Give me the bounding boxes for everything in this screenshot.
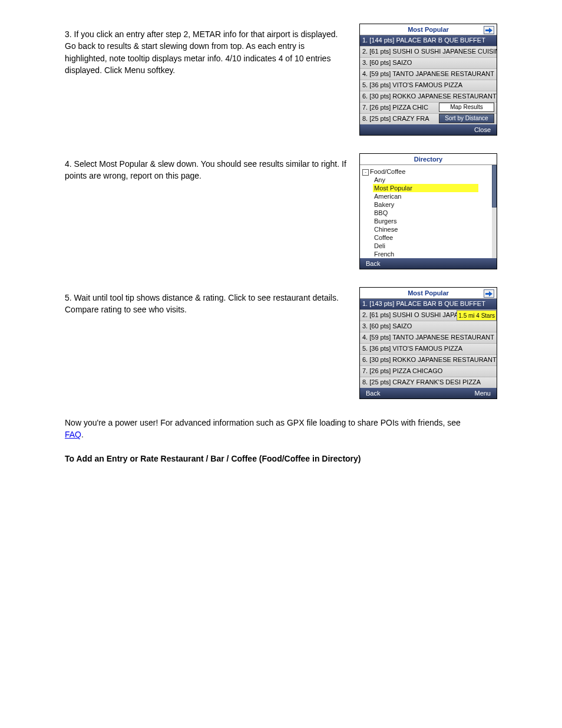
screen-5: Most Popular 1. [143 pts] PALACE BAR B Q…	[359, 287, 497, 399]
screen-5-title: Most Popular	[360, 288, 497, 299]
list-item[interactable]: 8. [25 pts] CRAZY FRANK'S DESI PIZZA	[360, 377, 497, 388]
tree-item-burgers[interactable]: Burgers	[373, 217, 490, 225]
list-item[interactable]: 8. [25 pts] CRAZY FRA Sort by Distance	[360, 114, 497, 124]
screen-3-footer: Close	[360, 124, 497, 135]
screen-5-list: 1. [143 pts] PALACE BAR B QUE BUFFET 2. …	[360, 299, 497, 388]
screen-3-list: 1. [144 pts] PALACE BAR B QUE BUFFET 2. …	[360, 35, 497, 124]
closing-paragraph: Now you're a power user! For advanced in…	[65, 417, 477, 441]
list-item[interactable]: 3. [60 pts] SAIZO	[360, 58, 497, 69]
directory-tree: -Food/Coffee Any Most Popular American B…	[360, 165, 492, 258]
screen-4: Directory -Food/Coffee Any Most Popular …	[359, 153, 497, 269]
next-arrow-icon[interactable]	[484, 26, 494, 34]
screen-4-title: Directory	[360, 154, 497, 165]
scroll-thumb[interactable]	[492, 165, 497, 207]
scrollbar[interactable]	[492, 165, 497, 258]
distance-rating-tooltip: 1.5 mi 4 Stars	[457, 310, 497, 321]
list-item[interactable]: 7. [26 pts] PIZZA CHIC Map Results	[360, 103, 497, 114]
list-item[interactable]: 3. [60 pts] SAIZO	[360, 321, 497, 332]
tree-item-most-popular[interactable]: Most Popular	[373, 184, 478, 192]
tree-item-american[interactable]: American	[373, 192, 490, 200]
menu-map-results[interactable]: Map Results	[439, 103, 494, 112]
tree-parent[interactable]: -Food/Coffee	[362, 167, 490, 176]
tree-item-bakery[interactable]: Bakery	[373, 200, 490, 209]
tree-item-bbq[interactable]: BBQ	[373, 209, 490, 217]
tree-item-any[interactable]: Any	[373, 176, 490, 184]
next-arrow-icon[interactable]	[484, 289, 494, 298]
menu-sort-by-distance[interactable]: Sort by Distance	[439, 114, 494, 123]
back-button[interactable]: Back	[366, 260, 380, 267]
faq-link[interactable]: FAQ	[65, 430, 81, 439]
tree-item-deli[interactable]: Deli	[373, 242, 490, 250]
step-5-text: 5. Wait until tool tip shows distance & …	[65, 287, 348, 316]
tree-item-coffee[interactable]: Coffee	[373, 233, 490, 242]
list-item[interactable]: 5. [36 pts] VITO'S FAMOUS PIZZA	[360, 344, 497, 355]
collapse-icon[interactable]: -	[362, 169, 369, 176]
list-item[interactable]: 1. [143 pts] PALACE BAR B QUE BUFFET	[360, 299, 497, 310]
list-item[interactable]: 2. [61 pts] SUSHI O SUSHI JAPAN 1.5 mi 4…	[360, 310, 497, 321]
list-item[interactable]: 2. [61 pts] SUSHI O SUSHI JAPANESE CUISI…	[360, 47, 497, 58]
screen-4-footer: Back	[360, 258, 497, 269]
list-item[interactable]: 6. [30 pts] ROKKO JAPANESE RESTAURANT	[360, 355, 497, 366]
screen-5-footer: Back Menu	[360, 388, 497, 398]
tree-item-french[interactable]: French	[373, 250, 490, 258]
list-item[interactable]: 4. [59 pts] TANTO JAPANESE RESTAURANT	[360, 69, 497, 80]
list-item[interactable]: 4. [59 pts] TANTO JAPANESE RESTAURANT	[360, 332, 497, 344]
back-button[interactable]: Back	[366, 390, 380, 397]
list-item[interactable]: 1. [144 pts] PALACE BAR B QUE BUFFET	[360, 35, 497, 47]
screen-3-title: Most Popular	[360, 24, 497, 35]
close-button[interactable]: Close	[474, 126, 491, 133]
menu-button[interactable]: Menu	[474, 390, 491, 397]
screen-3: Most Popular 1. [144 pts] PALACE BAR B Q…	[359, 24, 497, 136]
list-item[interactable]: 5. [36 pts] VITO'S FAMOUS PIZZA	[360, 80, 497, 91]
tree-item-chinese[interactable]: Chinese	[373, 225, 490, 233]
list-item[interactable]: 7. [26 pts] PIZZA CHICAGO	[360, 366, 497, 377]
step-4-text: 4. Select Most Popular & slew down. You …	[65, 153, 348, 182]
list-item[interactable]: 6. [30 pts] ROKKO JAPANESE RESTAURANT	[360, 91, 497, 103]
section-heading: To Add an Entry or Rate Restaurant / Bar…	[65, 453, 477, 465]
step-3-text: 3. If you click an entry after step 2, M…	[65, 24, 348, 76]
